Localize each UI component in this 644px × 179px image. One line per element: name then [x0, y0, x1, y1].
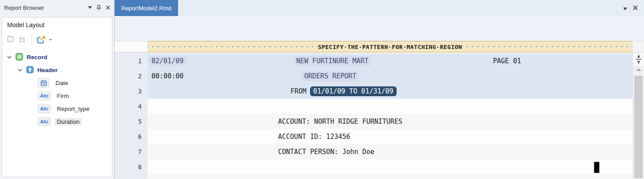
tree-node-label: Record [27, 54, 48, 61]
chevron-down-icon[interactable] [7, 56, 12, 59]
tree-node-firm[interactable]: Abc Firm [2, 90, 112, 102]
firm-field-region[interactable]: NEW FURTINURE MART [293, 56, 372, 66]
tree-node-record[interactable]: Record [2, 51, 112, 64]
line-number: 2 [115, 69, 142, 84]
split-editor-handle[interactable] [633, 53, 644, 66]
date-field-region[interactable]: 02/01/09 [148, 56, 187, 66]
line-number: 3 [115, 84, 142, 99]
report-text: FROM [290, 87, 306, 95]
report-text: ACCOUNT ID: 123456 [278, 133, 350, 141]
row-stripe [147, 175, 632, 179]
reportminer-window: Report Browser Model Layout [0, 0, 644, 179]
panel-titlebar: Report Browser [0, 0, 114, 15]
report-line[interactable]: ACCOUNT ID: 123456 [147, 129, 632, 144]
report-line[interactable] [147, 99, 632, 114]
tab-label: ReportModel2.Rmd [121, 5, 171, 12]
tree-node-label: Header [37, 67, 58, 73]
pattern-bar-label: SPECIFY·THE·PATTERN·FOR·MATCHING·REGION [318, 44, 462, 50]
scrollbar-thumb[interactable] [634, 76, 643, 178]
panel-title: Report Browser [4, 4, 83, 11]
report-line[interactable]: 02/01/09 NEW FURTINURE MART PAGE 01 [147, 53, 632, 69]
text-field-icon: Abc [38, 105, 51, 113]
export-dropdown-caret[interactable] [49, 39, 52, 42]
tree-node-header[interactable]: Header [2, 64, 112, 77]
line-number: 5 [115, 114, 142, 129]
tree-node-label: Duration [55, 118, 82, 126]
tab-reportmodel2[interactable]: ReportModel2.Rmd [115, 0, 178, 16]
pattern-bar-corner [632, 41, 644, 53]
header-region-icon [26, 66, 34, 75]
scroll-up-arrow-icon[interactable] [633, 66, 644, 74]
panel-menu-chevron-icon[interactable] [88, 6, 92, 9]
tab-list-chevron-icon[interactable] [623, 4, 627, 12]
close-panel-icon[interactable] [106, 5, 110, 10]
pin-icon[interactable] [96, 5, 101, 11]
report-line[interactable] [147, 159, 632, 175]
tree-node-report-type[interactable]: Abc Report_type [2, 102, 112, 115]
report-browser-panel: Report Browser Model Layout [0, 0, 115, 179]
report-type-field-region[interactable]: ORDERS REPORT [301, 71, 359, 81]
tree-node-label: Firm [55, 92, 71, 100]
close-document-icon[interactable] [633, 4, 638, 12]
vertical-scrollbar[interactable] [632, 53, 644, 179]
report-text-editor[interactable]: 1 2 3 4 5 6 7 8 02/01/09 NEW FURTINURE M… [115, 53, 632, 179]
tab-bar: ReportModel2.Rmd [115, 0, 644, 16]
report-line[interactable]: 00:00:00 ORDERS REPORT [147, 69, 632, 84]
tree-node-label: Report_type [55, 105, 92, 113]
text-field-icon: Abc [38, 92, 51, 100]
model-layout-title: Model Layout [2, 17, 112, 31]
export-layout-icon[interactable] [36, 36, 46, 44]
pattern-bar-field[interactable]: SPECIFY·THE·PATTERN·FOR·MATCHING·REGION [147, 41, 632, 53]
add-region-icon[interactable] [6, 34, 15, 45]
tree-node-duration[interactable]: Abc Duration [2, 115, 112, 128]
pattern-dots-left [147, 41, 318, 52]
report-text: ACCOUNT: NORTH RIDGE FURNITURES [278, 118, 402, 126]
report-text: CONTACT PERSON: John Doe [278, 148, 374, 156]
duration-field-region-selected[interactable]: 01/01/09 TO 01/31/09 [310, 86, 397, 96]
line-number: 1 [115, 53, 142, 69]
report-line[interactable]: ACCOUNT: NORTH RIDGE FURNITURES [147, 114, 632, 129]
pattern-bar-gutter [115, 41, 147, 53]
record-icon [16, 53, 23, 62]
pattern-bar: SPECIFY·THE·PATTERN·FOR·MATCHING·REGION [115, 41, 644, 53]
text-field-icon: Abc [38, 118, 51, 126]
editor-toolbar: A az 09 a-z0-9 [115, 16, 644, 41]
date-field-icon [38, 78, 49, 88]
tree-node-label: Date [53, 79, 71, 87]
line-number: 7 [115, 144, 142, 159]
add-field-icon[interactable] [18, 34, 27, 45]
chevron-down-icon[interactable] [17, 69, 23, 72]
report-line[interactable]: CONTACT PERSON: John Doe [147, 144, 632, 159]
report-text: 00:00:00 [151, 72, 183, 80]
toolbar-separator [32, 35, 32, 44]
model-layout-box: Model Layout [2, 17, 112, 177]
line-number: 8 [115, 159, 142, 175]
model-layout-tree: Record Header Date [2, 49, 112, 128]
model-layout-toolbar [2, 31, 112, 49]
report-text: PAGE 01 [493, 57, 521, 65]
tree-node-date[interactable]: Date [2, 77, 112, 90]
pattern-dots-right [462, 41, 632, 52]
line-number: 4 [115, 99, 142, 114]
line-number: 6 [115, 129, 142, 144]
report-line[interactable]: FROM 01/01/09 TO 01/31/09 [147, 84, 632, 99]
document-area: ReportModel2.Rmd [115, 0, 644, 179]
text-cursor [594, 162, 600, 173]
